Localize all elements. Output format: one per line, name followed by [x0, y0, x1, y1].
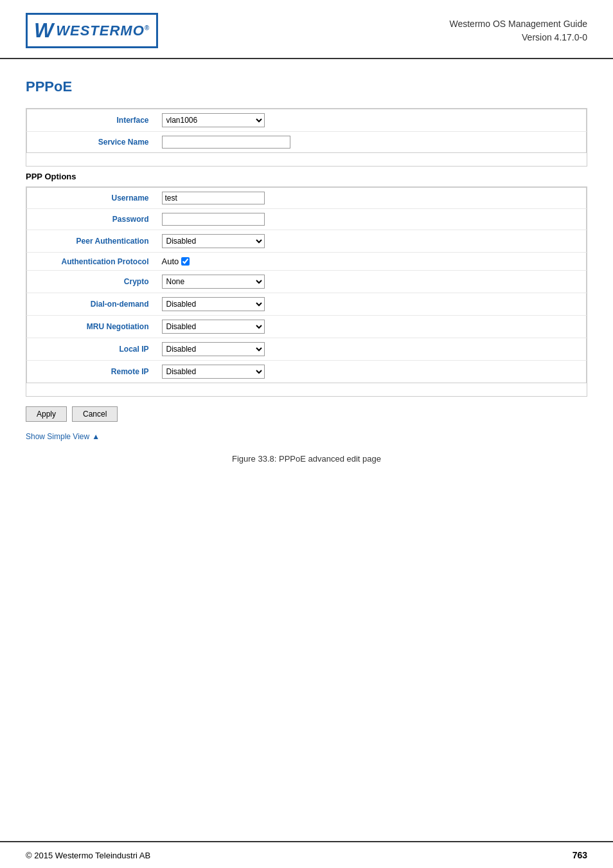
logo-w-icon: W	[34, 19, 53, 42]
dial-on-demand-input-cell: Disabled Enabled	[155, 293, 587, 316]
figure-caption: Figure 33.8: PPPoE advanced edit page	[26, 454, 587, 464]
local-ip-select[interactable]: Disabled Enabled	[162, 342, 265, 356]
auth-protocol-row: Authentication Protocol Auto	[27, 253, 587, 271]
password-input[interactable]	[162, 213, 265, 226]
guide-title: Westermo OS Management Guide	[449, 17, 587, 31]
header-title: Westermo OS Management Guide Version 4.1…	[449, 17, 587, 44]
interface-input-cell: vlan1006	[155, 109, 587, 132]
mru-neg-input-cell: Disabled Enabled	[155, 316, 587, 338]
cancel-button[interactable]: Cancel	[72, 406, 118, 422]
crypto-row: Crypto None MPPE 40 MPPE 128	[27, 271, 587, 293]
remote-ip-row: Remote IP Disabled Enabled	[27, 361, 587, 383]
show-simple-view-link[interactable]: Show Simple View ▲	[26, 432, 100, 441]
dial-on-demand-label: Dial-on-demand	[27, 293, 155, 316]
crypto-input-cell: None MPPE 40 MPPE 128	[155, 271, 587, 293]
password-input-cell	[155, 209, 587, 230]
page-title: PPPoE	[26, 78, 587, 95]
peer-auth-input-cell: Disabled PAP CHAP MSCHAPv1 MSCHAPv2	[155, 230, 587, 253]
footer: © 2015 Westermo Teleindustri AB 763	[0, 841, 613, 868]
local-ip-label: Local IP	[27, 338, 155, 361]
mru-neg-label: MRU Negotiation	[27, 316, 155, 338]
auto-row: Auto	[162, 257, 580, 266]
ppp-options-table: Username Password Peer Authentication Di…	[26, 187, 587, 383]
ppp-options-title: PPP Options	[26, 172, 587, 181]
interface-label: Interface	[27, 109, 155, 132]
ppp-options-section: Username Password Peer Authentication Di…	[26, 186, 587, 397]
show-simple-view-label: Show Simple View	[26, 432, 89, 441]
interface-table: Interface vlan1006 Service Name	[26, 109, 587, 153]
local-ip-input-cell: Disabled Enabled	[155, 338, 587, 361]
remote-ip-input-cell: Disabled Enabled	[155, 361, 587, 383]
interface-row: Interface vlan1006	[27, 109, 587, 132]
username-row: Username	[27, 188, 587, 209]
service-name-label: Service Name	[27, 132, 155, 153]
password-label: Password	[27, 209, 155, 230]
local-ip-row: Local IP Disabled Enabled	[27, 338, 587, 361]
auto-label: Auto	[162, 257, 179, 266]
show-simple-view-container: Show Simple View ▲	[26, 431, 587, 441]
mru-neg-select[interactable]: Disabled Enabled	[162, 320, 265, 334]
logo-box: W WESTERMO®	[26, 13, 158, 48]
auto-checkbox[interactable]	[181, 257, 190, 266]
crypto-label: Crypto	[27, 271, 155, 293]
username-input[interactable]	[162, 192, 265, 204]
dial-on-demand-row: Dial-on-demand Disabled Enabled	[27, 293, 587, 316]
registered-icon: ®	[145, 24, 150, 31]
auth-protocol-input-cell: Auto	[155, 253, 587, 271]
remote-ip-label: Remote IP	[27, 361, 155, 383]
crypto-select[interactable]: None MPPE 40 MPPE 128	[162, 275, 265, 289]
mru-neg-row: MRU Negotiation Disabled Enabled	[27, 316, 587, 338]
peer-auth-select[interactable]: Disabled PAP CHAP MSCHAPv1 MSCHAPv2	[162, 234, 265, 248]
remote-ip-select[interactable]: Disabled Enabled	[162, 365, 265, 379]
service-name-row: Service Name	[27, 132, 587, 153]
logo-text: WESTERMO®	[56, 23, 150, 39]
auth-protocol-label: Authentication Protocol	[27, 253, 155, 271]
chevron-up-icon: ▲	[92, 432, 100, 441]
interface-select[interactable]: vlan1006	[162, 113, 265, 127]
footer-copyright: © 2015 Westermo Teleindustri AB	[26, 851, 150, 860]
button-row: Apply Cancel	[26, 406, 587, 422]
peer-auth-label: Peer Authentication	[27, 230, 155, 253]
header: W WESTERMO® Westermo OS Management Guide…	[0, 0, 613, 59]
version-text: Version 4.17.0-0	[449, 31, 587, 44]
apply-button[interactable]: Apply	[26, 406, 67, 422]
username-input-cell	[155, 188, 587, 209]
main-content: PPPoE Interface vlan1006 Service Name PP…	[0, 59, 613, 483]
interface-section: Interface vlan1006 Service Name	[26, 108, 587, 167]
footer-page-number: 763	[573, 850, 587, 860]
peer-auth-row: Peer Authentication Disabled PAP CHAP MS…	[27, 230, 587, 253]
password-row: Password	[27, 209, 587, 230]
logo: W WESTERMO®	[26, 13, 158, 48]
username-label: Username	[27, 188, 155, 209]
service-name-input-cell	[155, 132, 587, 153]
dial-on-demand-select[interactable]: Disabled Enabled	[162, 297, 265, 311]
service-name-input[interactable]	[162, 136, 290, 149]
